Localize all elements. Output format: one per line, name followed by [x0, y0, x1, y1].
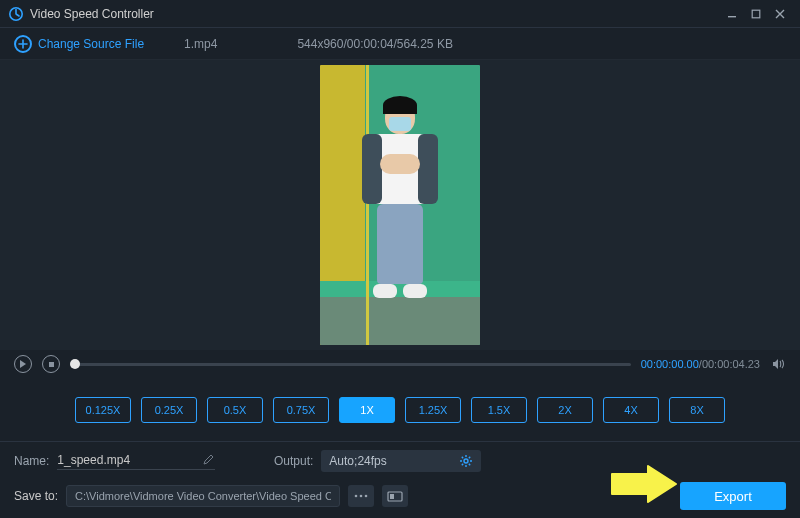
speed-0.125x[interactable]: 0.125X [75, 397, 131, 423]
titlebar: Video Speed Controller [0, 0, 800, 28]
open-folder-button[interactable] [382, 485, 408, 507]
svg-point-5 [355, 495, 358, 498]
maximize-button[interactable] [744, 2, 768, 26]
playback-controls: 00:00:00.00/00:00:04.23 [0, 350, 800, 378]
app-logo-icon [8, 6, 24, 22]
video-thumbnail[interactable] [320, 65, 480, 345]
saveto-path-input[interactable] [66, 485, 340, 507]
plus-circle-icon [14, 35, 32, 53]
video-preview [0, 60, 800, 350]
bottom-panel: Name: Output: Auto;24fps Save to: [0, 442, 800, 518]
output-format-value: Auto;24fps [329, 454, 386, 468]
total-time: 00:00:04.23 [702, 358, 760, 370]
speed-0.5x[interactable]: 0.5X [207, 397, 263, 423]
svg-point-7 [365, 495, 368, 498]
play-button[interactable] [14, 355, 32, 373]
gear-icon[interactable] [459, 454, 473, 468]
export-button[interactable]: Export [680, 482, 786, 510]
more-button[interactable] [348, 485, 374, 507]
svg-point-4 [464, 459, 468, 463]
speed-1.5x[interactable]: 1.5X [471, 397, 527, 423]
speed-0.75x[interactable]: 0.75X [273, 397, 329, 423]
current-time: 00:00:00.00 [641, 358, 699, 370]
scrubber[interactable] [70, 363, 631, 366]
speed-selector: 0.125X 0.25X 0.5X 0.75X 1X 1.25X 1.5X 2X… [0, 378, 800, 442]
change-source-button[interactable]: Change Source File [14, 35, 144, 53]
svg-rect-2 [752, 10, 760, 18]
saveto-label: Save to: [14, 489, 58, 503]
playback-time: 00:00:00.00/00:00:04.23 [641, 358, 760, 370]
speed-1.25x[interactable]: 1.25X [405, 397, 461, 423]
stop-button[interactable] [42, 355, 60, 373]
name-label: Name: [14, 454, 49, 468]
volume-button[interactable] [770, 356, 786, 372]
source-filename: 1.mp4 [184, 37, 217, 51]
svg-rect-3 [49, 362, 54, 367]
output-format-select[interactable]: Auto;24fps [321, 450, 481, 472]
svg-rect-1 [728, 16, 736, 17]
svg-rect-9 [390, 494, 394, 499]
speed-1x[interactable]: 1X [339, 397, 395, 423]
svg-point-6 [360, 495, 363, 498]
close-button[interactable] [768, 2, 792, 26]
edit-icon[interactable] [203, 454, 215, 466]
output-label: Output: [274, 454, 313, 468]
output-name-input[interactable] [57, 453, 197, 467]
change-source-label: Change Source File [38, 37, 144, 51]
speed-8x[interactable]: 8X [669, 397, 725, 423]
source-meta: 544x960/00:00:04/564.25 KB [297, 37, 452, 51]
scrubber-handle[interactable] [70, 359, 80, 369]
minimize-button[interactable] [720, 2, 744, 26]
app-title: Video Speed Controller [30, 7, 154, 21]
speed-2x[interactable]: 2X [537, 397, 593, 423]
speed-4x[interactable]: 4X [603, 397, 659, 423]
speed-0.25x[interactable]: 0.25X [141, 397, 197, 423]
source-bar: Change Source File 1.mp4 544x960/00:00:0… [0, 28, 800, 60]
